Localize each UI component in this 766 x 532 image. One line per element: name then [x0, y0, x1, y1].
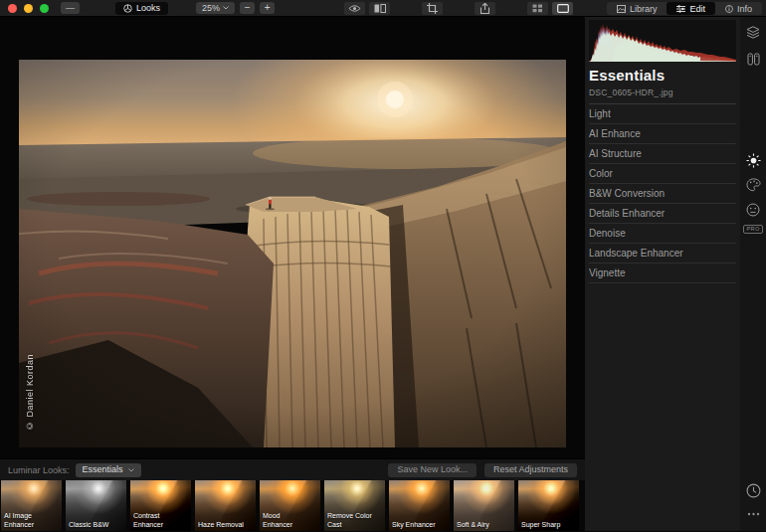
tab-library[interactable]: Library — [607, 2, 668, 15]
more-options-button[interactable] — [743, 505, 763, 523]
tool-ai-enhance[interactable]: AI Enhance — [589, 124, 736, 144]
sun-icon — [746, 153, 761, 168]
essentials-tools-button[interactable] — [743, 151, 763, 169]
looks-collection-dropdown[interactable]: Essentials — [76, 463, 141, 477]
before-after-icon — [374, 4, 386, 13]
close-window-button[interactable] — [8, 4, 17, 13]
looks-filmstrip: AI Image Enhancer Classic B&W Contrast E… — [0, 480, 585, 531]
image-filename: DSC_0605-HDR_.jpg — [589, 88, 736, 97]
look-preset[interactable]: Remove Color Cast — [324, 480, 385, 531]
preset-label: Mood Enhancer — [263, 512, 310, 529]
history-button[interactable] — [743, 481, 763, 499]
look-preset[interactable]: Contrast Enhancer — [130, 480, 191, 531]
preset-label: Super Sharp — [521, 521, 569, 529]
look-preset[interactable]: AI Image Enhancer — [1, 480, 62, 531]
looks-icon — [123, 4, 132, 13]
library-icon — [617, 5, 626, 13]
tab-edit[interactable]: Edit — [667, 2, 715, 15]
tab-info[interactable]: Info — [715, 2, 762, 15]
look-preset[interactable]: Mood Enhancer — [260, 480, 320, 531]
single-image-view-icon — [557, 4, 569, 13]
looks-button[interactable]: Looks — [115, 2, 168, 15]
preset-label: Soft & Airy — [457, 521, 504, 529]
ellipsis-icon — [747, 512, 760, 516]
preset-label: Classic B&W — [69, 521, 116, 529]
photo-canyon-sunset — [19, 60, 566, 447]
preset-label: Remove Color Cast — [327, 512, 375, 529]
gallery-view-button[interactable] — [527, 2, 548, 15]
professional-tools-button[interactable]: PRO — [743, 225, 762, 234]
look-preset[interactable]: Sky Enhancer — [389, 480, 450, 531]
tool-vignette[interactable]: Vignette — [589, 264, 736, 283]
layers-icon — [746, 26, 760, 39]
share-export-icon — [479, 3, 490, 14]
preset-label: Contrast Enhancer — [133, 512, 181, 529]
looks-panel-button[interactable] — [743, 50, 763, 68]
panel-icon-strip: PRO — [740, 17, 766, 531]
crop-icon — [427, 3, 438, 14]
window-controls — [8, 4, 49, 13]
eye-icon — [348, 4, 361, 13]
chevron-down-icon — [128, 468, 134, 472]
histogram — [589, 20, 736, 62]
tool-denoise[interactable]: Denoise — [589, 224, 736, 244]
single-view-button[interactable] — [552, 2, 573, 15]
quick-preview-button[interactable] — [344, 2, 365, 15]
tool-details-enhancer[interactable]: Details Enhancer — [589, 204, 736, 224]
tool-light[interactable]: Light — [589, 104, 736, 124]
chevron-down-icon — [223, 6, 229, 10]
tool-color[interactable]: Color — [589, 164, 736, 184]
edit-sliders-icon — [676, 5, 685, 13]
hide-panel-button[interactable]: — — [61, 2, 80, 14]
tool-bw-conversion[interactable]: B&W Conversion — [589, 184, 736, 204]
layers-button[interactable] — [743, 23, 763, 41]
tool-ai-structure[interactable]: AI Structure — [589, 144, 736, 164]
creative-tools-button[interactable] — [743, 176, 763, 194]
preset-label: Sky Enhancer — [392, 521, 440, 529]
preset-label: AI Image Enhancer — [4, 512, 52, 529]
panel-title: Essentials — [589, 67, 736, 84]
look-preset[interactable]: Haze Removal — [195, 480, 256, 531]
palette-icon — [746, 178, 761, 192]
look-preset[interactable]: Super Sharp — [518, 480, 579, 531]
clock-icon — [746, 483, 761, 498]
reset-adjustments-button[interactable]: Reset Adjustments — [484, 463, 577, 477]
look-preset[interactable]: Soft & Airy — [454, 480, 514, 531]
photographer-watermark: © Daniel Kordan — [25, 354, 35, 431]
minimize-window-button[interactable] — [24, 4, 33, 13]
looks-bar: Luminar Looks: Essentials Save New Look.… — [0, 458, 585, 480]
zoom-in-button[interactable]: + — [260, 2, 275, 14]
compare-button[interactable] — [369, 2, 390, 15]
zoom-window-button[interactable] — [40, 4, 49, 13]
zoom-out-button[interactable]: − — [240, 2, 255, 14]
portrait-tools-button[interactable] — [743, 201, 763, 219]
grid-view-icon — [532, 4, 543, 13]
crop-button[interactable] — [422, 2, 443, 15]
export-button[interactable] — [475, 2, 495, 15]
luminar-looks-label: Luminar Looks: — [8, 465, 70, 475]
editing-canvas: © Daniel Kordan — [0, 17, 585, 458]
look-preset[interactable]: Classic B&W — [66, 480, 126, 531]
workspace-tabs: Library Edit Info — [607, 2, 762, 15]
luminar-window: — Looks 25% − + — [0, 0, 766, 532]
info-icon — [725, 5, 733, 13]
looks-book-icon — [747, 53, 760, 66]
face-icon — [746, 203, 760, 217]
toolbar: — Looks 25% − + — [0, 0, 766, 17]
essentials-panel: Essentials DSC_0605-HDR_.jpg Light AI En… — [585, 17, 740, 531]
save-new-look-button[interactable]: Save New Look... — [388, 463, 477, 477]
preset-label: Haze Removal — [198, 521, 246, 529]
tool-landscape-enhancer[interactable]: Landscape Enhancer — [589, 244, 736, 264]
zoom-level-dropdown[interactable]: 25% — [196, 2, 235, 14]
